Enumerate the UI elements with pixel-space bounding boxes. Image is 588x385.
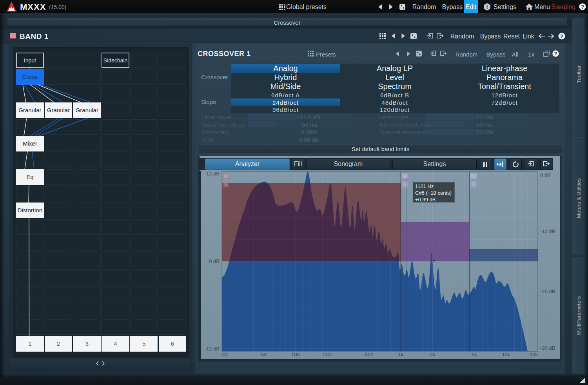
svg-text:5k: 5k [472, 352, 477, 358]
svg-text:0 dB: 0 dB [209, 258, 220, 264]
svg-text:10k: 10k [502, 352, 510, 358]
svg-text:+0.99 dB: +0.99 dB [415, 197, 436, 203]
svg-text:200: 200 [323, 352, 332, 358]
svg-text:-20 dB: -20 dB [540, 288, 555, 294]
svg-text:?: ? [560, 34, 563, 39]
svg-text:50: 50 [261, 352, 267, 358]
svg-text:?: ? [581, 4, 584, 10]
svg-text:S: S [472, 181, 475, 188]
svg-text:100: 100 [291, 352, 300, 358]
svg-text:MultiParameters: MultiParameters [576, 296, 582, 335]
svg-text:0 dB: 0 dB [540, 172, 551, 178]
svg-text:500: 500 [365, 352, 374, 358]
svg-text:M: M [403, 173, 407, 179]
svg-text:2k: 2k [430, 352, 435, 358]
svg-text:12 dB: 12 dB [206, 171, 220, 177]
svg-text:-12 dB: -12 dB [205, 346, 220, 352]
svg-text:M: M [471, 173, 475, 179]
svg-text:-10 dB: -10 dB [540, 228, 555, 234]
svg-text:?: ? [554, 51, 557, 57]
svg-text:1k: 1k [398, 352, 404, 358]
svg-text:20: 20 [222, 352, 227, 358]
svg-text:M: M [223, 173, 228, 179]
svg-text:S: S [224, 181, 228, 188]
svg-text:Meters & Utilities: Meters & Utilities [576, 178, 582, 218]
svg-text:20k: 20k [530, 352, 538, 358]
svg-text:C#6 (+18 cents): C#6 (+18 cents) [415, 190, 452, 196]
svg-text:Toolbar: Toolbar [576, 65, 582, 83]
svg-text:1121 Hz: 1121 Hz [415, 183, 434, 189]
svg-text:S: S [403, 181, 407, 188]
svg-text:-30 dB: -30 dB [540, 345, 555, 351]
